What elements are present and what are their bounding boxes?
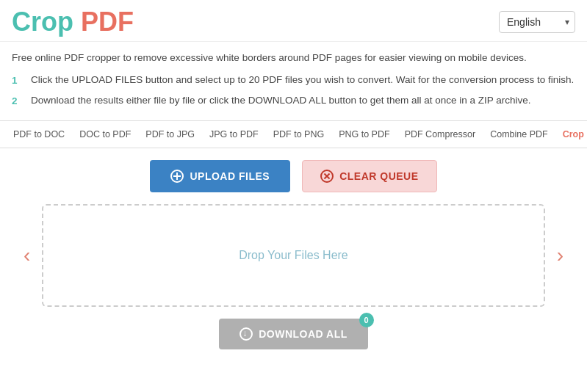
step-2-text: Download the results either file by file… [31, 93, 531, 108]
step-1-text: Click the UPLOAD FILES button and select… [31, 73, 574, 87]
logo: Crop PDF [12, 9, 134, 35]
step-2: 2 Download the results either file by fi… [12, 93, 575, 109]
language-select[interactable]: English Français Español Deutsch Portugu… [499, 11, 575, 33]
download-row: DOWNLOAD ALL 0 [18, 319, 569, 349]
upload-label: UPLOAD FILES [190, 170, 270, 182]
x-icon [320, 170, 334, 183]
action-buttons: UPLOAD FILES CLEAR QUEUE [18, 160, 569, 192]
description: Free online PDF cropper to remove excess… [0, 42, 587, 70]
drop-placeholder: Drop Your Files Here [239, 249, 348, 262]
nav-item-pdf-to-doc[interactable]: PDF to DOC [6, 120, 72, 148]
prev-arrow-button[interactable]: ‹ [18, 239, 36, 272]
download-icon [240, 327, 253, 341]
main-content: UPLOAD FILES CLEAR QUEUE ‹ Drop Your Fil… [0, 148, 587, 361]
download-badge: 0 [359, 313, 374, 327]
drop-zone-wrapper: ‹ Drop Your Files Here › [18, 204, 569, 307]
logo-pdf: PDF [81, 7, 134, 37]
next-arrow-button[interactable]: › [551, 239, 569, 272]
clear-queue-button[interactable]: CLEAR QUEUE [302, 160, 436, 192]
upload-files-button[interactable]: UPLOAD FILES [150, 160, 290, 192]
nav-bar: PDF to DOC DOC to PDF PDF to JPG JPG to … [0, 120, 587, 148]
header: Crop PDF English Français Español Deutsc… [0, 0, 587, 42]
download-all-button[interactable]: DOWNLOAD ALL 0 [219, 319, 368, 349]
nav-item-pdf-compressor[interactable]: PDF Compressor [397, 120, 483, 148]
download-all-label: DOWNLOAD ALL [259, 328, 347, 340]
language-selector-wrapper: English Français Español Deutsch Portugu… [499, 11, 575, 33]
logo-crop: Crop [12, 7, 73, 37]
nav-item-crop-pdf[interactable]: Crop PDF [555, 120, 587, 148]
step-2-number: 2 [12, 94, 21, 109]
nav-item-png-to-pdf[interactable]: PNG to PDF [331, 120, 397, 148]
clear-label: CLEAR QUEUE [339, 170, 418, 182]
nav-item-combine-pdf[interactable]: Combine PDF [483, 120, 555, 148]
nav-item-jpg-to-pdf[interactable]: JPG to PDF [202, 120, 266, 148]
plus-icon [170, 170, 184, 183]
nav-item-pdf-to-png[interactable]: PDF to PNG [266, 120, 331, 148]
nav-item-pdf-to-jpg[interactable]: PDF to JPG [138, 120, 202, 148]
steps: 1 Click the UPLOAD FILES button and sele… [0, 70, 587, 120]
nav-item-doc-to-pdf[interactable]: DOC to PDF [72, 120, 138, 148]
step-1-number: 1 [12, 73, 21, 88]
step-1: 1 Click the UPLOAD FILES button and sele… [12, 73, 575, 88]
drop-zone[interactable]: Drop Your Files Here [42, 204, 544, 307]
